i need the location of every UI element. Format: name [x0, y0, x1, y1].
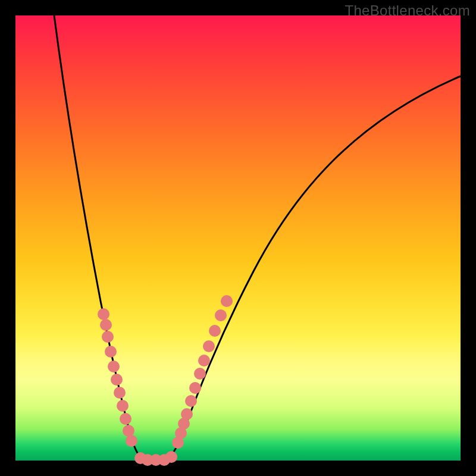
left-branch-dot	[126, 435, 137, 447]
left-branch-dot	[108, 361, 120, 372]
left-branch-dot	[105, 346, 117, 358]
left-branch-dot	[111, 374, 123, 386]
right-branch-dot	[198, 355, 210, 367]
right-branch-dot	[185, 395, 197, 407]
right-branch-dot	[181, 408, 193, 420]
right-branch-dot	[189, 382, 201, 394]
right-branch-dot	[221, 295, 233, 307]
valley-dot	[165, 451, 177, 463]
right-branch-dot	[194, 368, 206, 380]
left-branch-dot	[100, 319, 112, 331]
left-branch-dot	[117, 400, 129, 412]
curve-overlay	[15, 15, 461, 461]
right-branch-dot	[209, 325, 221, 337]
left-curve-path	[54, 15, 155, 460]
left-branch-dot	[102, 331, 114, 343]
left-branch-dot	[98, 308, 109, 320]
left-branch-dot	[120, 413, 131, 425]
right-branch-dot	[203, 340, 215, 352]
watermark-label: TheBottleneck.com	[345, 2, 470, 19]
right-curve-path	[155, 76, 461, 460]
right-branch-dot	[215, 309, 227, 321]
left-branch-dot	[114, 387, 126, 399]
